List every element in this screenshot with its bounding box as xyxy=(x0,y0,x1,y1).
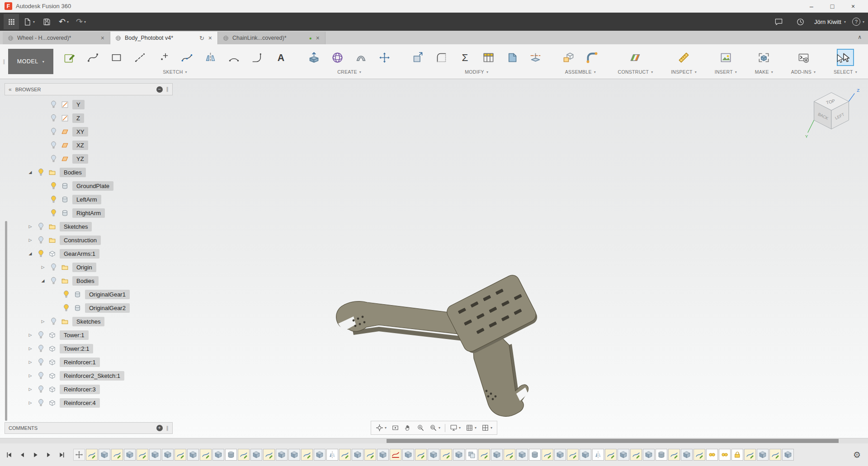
visibility-bulb-icon[interactable] xyxy=(35,249,46,258)
timeline-feature-hole[interactable] xyxy=(225,449,237,461)
timeline-feature-joint[interactable] xyxy=(706,449,718,461)
timeline-feature-sketch[interactable] xyxy=(542,449,553,461)
timeline-feature-extrude[interactable] xyxy=(453,449,465,461)
modify-chamfer-button[interactable] xyxy=(504,50,519,65)
close-tab-icon[interactable]: × xyxy=(100,34,105,42)
visibility-bulb-icon[interactable] xyxy=(48,100,59,108)
tree-expand-arrow[interactable]: ▷ xyxy=(38,265,48,269)
modify-parameters-button[interactable]: Σ xyxy=(457,50,472,65)
timeline-feature-extrude[interactable] xyxy=(288,449,300,461)
tree-row[interactable]: ◢GearArms:1 xyxy=(10,247,173,260)
timeline-feature-extrude[interactable] xyxy=(618,449,629,461)
tree-expand-arrow[interactable]: ▷ xyxy=(25,346,35,351)
file-button[interactable]: ▾ xyxy=(21,14,37,29)
ribbon-group-label[interactable]: INSPECT▾ xyxy=(671,69,697,75)
display-settings-button[interactable]: ▾ xyxy=(448,422,463,433)
tree-expand-arrow[interactable]: ▷ xyxy=(25,400,35,405)
fit-button[interactable]: ▾ xyxy=(427,422,443,433)
tree-row[interactable]: ▷Reinforcer:1 xyxy=(10,355,173,369)
visibility-bulb-icon[interactable] xyxy=(48,209,59,217)
timeline-feature-sketch[interactable] xyxy=(364,449,376,461)
tree-expand-arrow[interactable]: ▷ xyxy=(25,373,35,378)
tree-row[interactable]: Z xyxy=(10,111,173,125)
modify-split-button[interactable] xyxy=(528,50,543,65)
help-button[interactable]: ? ▾ xyxy=(852,18,864,26)
visibility-bulb-icon[interactable] xyxy=(61,290,71,298)
tree-row[interactable]: ▷Reinforcer:4 xyxy=(10,396,173,410)
tree-expand-arrow[interactable]: ◢ xyxy=(38,278,48,283)
timeline-feature-sketch[interactable] xyxy=(693,449,705,461)
sketch-fit-spline-button[interactable] xyxy=(179,50,194,65)
sketch-point-button[interactable] xyxy=(156,50,171,65)
timeline-feature-combine[interactable] xyxy=(466,449,477,461)
timeline-feature-extrude[interactable] xyxy=(757,449,769,461)
timeline-feature-sketch[interactable] xyxy=(668,449,680,461)
collapse-tabs-chevron[interactable]: ∧ xyxy=(858,34,862,40)
timeline-feature-sketch[interactable] xyxy=(744,449,756,461)
tree-row[interactable]: ▷Origin xyxy=(10,260,173,274)
undo-button[interactable]: ↶▾ xyxy=(56,14,71,29)
timeline-feature-sketch[interactable] xyxy=(238,449,250,461)
create-form-button[interactable] xyxy=(330,50,345,65)
go-to-start-button[interactable] xyxy=(4,449,14,460)
tree-expand-arrow[interactable]: ◢ xyxy=(25,170,35,174)
ribbon-group-label[interactable]: ADD-INS▾ xyxy=(791,69,816,75)
timeline-feature-mirror[interactable] xyxy=(592,449,604,461)
inspect-measure-button[interactable] xyxy=(676,50,692,65)
timeline-feature-extrude[interactable] xyxy=(212,449,224,461)
timeline-feature-extrude[interactable] xyxy=(149,449,161,461)
tree-row[interactable]: XY xyxy=(10,125,173,138)
timeline-feature-sketch[interactable] xyxy=(339,449,351,461)
assemble-new-component-button[interactable] xyxy=(561,50,576,65)
step-back-button[interactable] xyxy=(17,449,28,460)
tree-row[interactable]: OriginalGear1 xyxy=(10,287,173,301)
timeline-feature-extrude[interactable] xyxy=(681,449,693,461)
comment-button[interactable] xyxy=(771,14,786,29)
modify-fillet-button[interactable] xyxy=(434,50,449,65)
sketch-arc-button[interactable] xyxy=(226,50,241,65)
sync-icon[interactable]: ↻ xyxy=(199,35,204,42)
sketch-line-button[interactable] xyxy=(132,50,147,65)
tree-expand-arrow[interactable]: ▷ xyxy=(25,387,35,391)
timeline-feature-sketch[interactable] xyxy=(86,449,98,461)
timeline-feature-sketch[interactable] xyxy=(630,449,642,461)
pan-button[interactable] xyxy=(402,422,414,433)
timeline-feature-extrude[interactable] xyxy=(276,449,288,461)
tree-row[interactable]: ◢Bodies xyxy=(10,274,173,287)
visibility-bulb-icon[interactable] xyxy=(35,168,46,176)
comments-panel[interactable]: COMMENTS + ∥ xyxy=(5,422,173,434)
tree-row[interactable]: ▷Reinforcer2_Sketch:1 xyxy=(10,369,173,382)
go-to-end-button[interactable] xyxy=(56,449,67,460)
visibility-bulb-icon[interactable] xyxy=(35,331,46,339)
minimize-button[interactable]: – xyxy=(801,0,822,12)
timeline-feature-extrude[interactable] xyxy=(428,449,439,461)
user-account-button[interactable]: Jörn Kiwitt ▾ xyxy=(814,19,846,25)
ribbon-group-label[interactable]: MAKE▾ xyxy=(755,69,773,75)
save-button[interactable] xyxy=(39,14,54,29)
timeline-feature-extrude[interactable] xyxy=(187,449,199,461)
timeline-feature-sketch[interactable] xyxy=(769,449,781,461)
comments-plus-icon[interactable]: + xyxy=(156,425,163,431)
tree-expand-arrow[interactable]: ▷ xyxy=(25,238,35,242)
sketch-mirror-button[interactable] xyxy=(203,50,218,65)
timeline-scrollbar-thumb[interactable] xyxy=(387,439,839,443)
sketch-spline-button[interactable] xyxy=(85,50,100,65)
timeline-feature-extrude[interactable] xyxy=(782,449,794,461)
visibility-bulb-icon[interactable] xyxy=(35,344,46,353)
clock-button[interactable] xyxy=(793,14,808,29)
visibility-bulb-icon[interactable] xyxy=(35,372,46,380)
visibility-bulb-icon[interactable] xyxy=(35,385,46,393)
visibility-bulb-icon[interactable] xyxy=(35,358,46,366)
panel-grip-icon[interactable]: ∥ xyxy=(166,86,169,92)
timeline-feature-lock[interactable] xyxy=(731,449,743,461)
timeline-feature-joint[interactable] xyxy=(719,449,731,461)
timeline-feature-extrude[interactable] xyxy=(99,449,110,461)
create-web-button[interactable] xyxy=(354,50,369,65)
addins-scripts-button[interactable] xyxy=(796,50,811,65)
tree-row[interactable]: XZ xyxy=(10,138,173,152)
sketch-tangent-arc-button[interactable] xyxy=(250,50,265,65)
timeline-feature-sketch[interactable] xyxy=(440,449,452,461)
visibility-bulb-icon[interactable] xyxy=(48,127,59,136)
timeline-feature-sketch[interactable] xyxy=(175,449,186,461)
visibility-bulb-icon[interactable] xyxy=(48,277,59,285)
